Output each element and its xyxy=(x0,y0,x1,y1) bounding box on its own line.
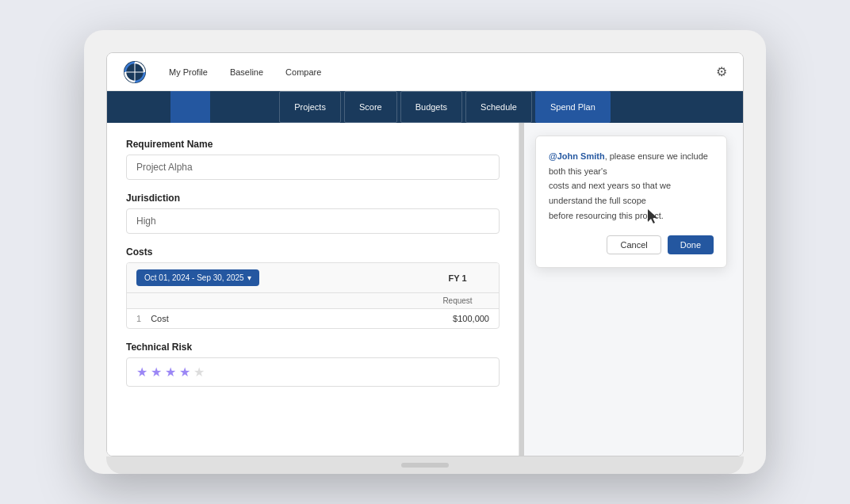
cost-row-label: Cost xyxy=(151,314,426,323)
comment-text-part2: costs and next years so that we understa… xyxy=(549,181,671,205)
laptop-screen: My Profile Baseline Compare ⚙ Projects S… xyxy=(106,52,744,456)
star-4[interactable]: ★ xyxy=(179,365,190,380)
comment-text-part3: before resourcing this project. xyxy=(549,211,664,220)
logo-icon xyxy=(123,60,147,84)
requirement-name-section: Requirement Name Project Alpha xyxy=(126,139,500,180)
request-label: Request xyxy=(426,296,489,305)
right-panel: @John Smith, please ensure we include bo… xyxy=(519,123,743,456)
costs-subheader: Request xyxy=(127,293,499,309)
star-3[interactable]: ★ xyxy=(165,365,176,380)
jurisdiction-label: Jurisdiction xyxy=(126,193,500,204)
nav-my-profile[interactable]: My Profile xyxy=(169,67,208,77)
comment-mention: @John Smith xyxy=(549,151,605,161)
stars-rating[interactable]: ★ ★ ★ ★ ★ xyxy=(126,357,500,387)
svg-marker-3 xyxy=(648,209,657,223)
jurisdiction-section: Jurisdiction High xyxy=(126,193,500,234)
laptop-notch xyxy=(401,463,449,468)
settings-icon[interactable]: ⚙ xyxy=(716,64,727,79)
top-nav: My Profile Baseline Compare ⚙ xyxy=(107,53,743,91)
comment-popup: @John Smith, please ensure we include bo… xyxy=(535,136,727,268)
cursor-icon xyxy=(648,209,659,223)
costs-label: Costs xyxy=(126,246,500,258)
star-2[interactable]: ★ xyxy=(151,365,162,380)
date-range-button[interactable]: Oct 01, 2024 - Sep 30, 2025 ▾ xyxy=(136,269,259,286)
requirement-name-input[interactable]: Project Alpha xyxy=(126,155,500,180)
tabs-container: Projects Score Budgets Schedule Spend Pl… xyxy=(210,91,680,123)
cost-row-number: 1 xyxy=(136,314,141,323)
tab-spend-plan[interactable]: Spend Plan xyxy=(535,91,611,123)
cost-row: 1 Cost $100,000 xyxy=(127,309,499,328)
costs-section: Costs Oct 01, 2024 - Sep 30, 2025 ▾ FY 1… xyxy=(126,246,500,329)
tab-bar: Projects Score Budgets Schedule Spend Pl… xyxy=(107,91,743,123)
requirement-name-label: Requirement Name xyxy=(126,139,500,150)
cost-row-value: $100,000 xyxy=(426,314,489,323)
nav-links: My Profile Baseline Compare xyxy=(169,67,716,77)
tab-budgets[interactable]: Budgets xyxy=(400,91,462,123)
cancel-button[interactable]: Cancel xyxy=(607,235,660,254)
costs-table: Oct 01, 2024 - Sep 30, 2025 ▾ FY 1 Reque… xyxy=(126,262,500,329)
vertical-divider xyxy=(519,123,524,456)
tab-score[interactable]: Score xyxy=(344,91,397,123)
nav-compare[interactable]: Compare xyxy=(285,67,321,77)
form-panel: Requirement Name Project Alpha Jurisdict… xyxy=(107,123,519,456)
comment-body: @John Smith, please ensure we include bo… xyxy=(549,149,714,223)
tab-bar-accent xyxy=(170,91,210,123)
star-5[interactable]: ★ xyxy=(193,365,205,380)
chevron-down-icon: ▾ xyxy=(247,273,251,282)
tab-projects[interactable]: Projects xyxy=(279,91,341,123)
technical-risk-label: Technical Risk xyxy=(126,342,500,353)
main-content: Requirement Name Project Alpha Jurisdict… xyxy=(107,123,743,456)
fy-label: FY 1 xyxy=(426,273,489,283)
costs-header: Oct 01, 2024 - Sep 30, 2025 ▾ FY 1 xyxy=(127,263,499,293)
comment-actions: Cancel Done xyxy=(549,235,714,254)
star-1[interactable]: ★ xyxy=(136,365,147,380)
jurisdiction-input[interactable]: High xyxy=(126,208,500,234)
technical-risk-section: Technical Risk ★ ★ ★ ★ ★ xyxy=(126,342,500,387)
date-range-text: Oct 01, 2024 - Sep 30, 2025 xyxy=(144,273,244,282)
nav-baseline[interactable]: Baseline xyxy=(230,67,263,77)
laptop-base xyxy=(106,456,744,474)
done-button[interactable]: Done xyxy=(668,235,714,254)
laptop-frame: My Profile Baseline Compare ⚙ Projects S… xyxy=(84,30,766,474)
tab-schedule[interactable]: Schedule xyxy=(465,91,532,123)
